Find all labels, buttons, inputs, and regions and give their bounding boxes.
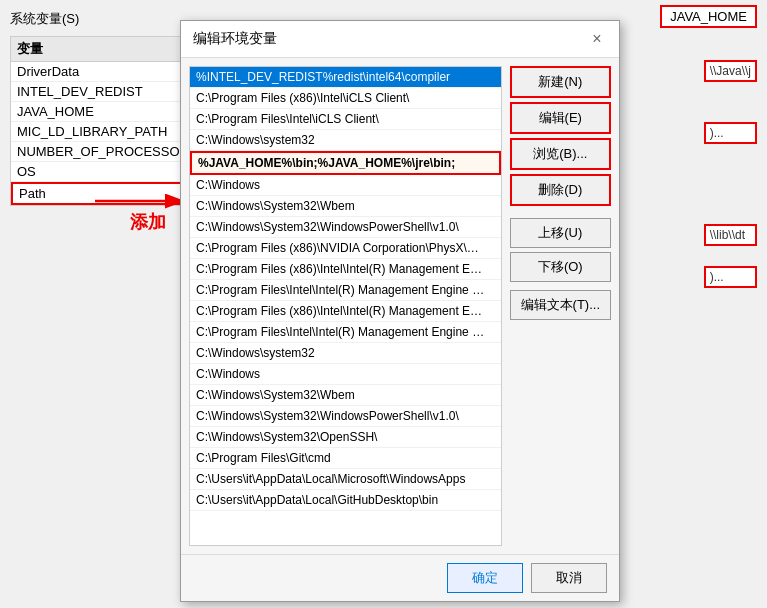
right-path-2: )...: [704, 122, 757, 144]
cancel-button[interactable]: 取消: [531, 563, 607, 593]
dialog-body: %INTEL_DEV_REDIST%redist\intel64\compile…: [181, 58, 619, 554]
move-up-button[interactable]: 上移(U): [510, 218, 611, 248]
path-list-item[interactable]: %JAVA_HOME%\bin;%JAVA_HOME%\jre\bin;: [190, 151, 501, 175]
ok-button[interactable]: 确定: [447, 563, 523, 593]
path-list-item[interactable]: C:\Program Files\Intel\iCLS Client\: [190, 109, 501, 130]
java-home-badge: JAVA_HOME: [660, 5, 757, 28]
move-down-button[interactable]: 下移(O): [510, 252, 611, 282]
path-list-item[interactable]: C:\Users\it\AppData\Local\Microsoft\Wind…: [190, 469, 501, 490]
path-list-item[interactable]: C:\Program Files (x86)\NVIDIA Corporatio…: [190, 238, 501, 259]
new-button[interactable]: 新建(N): [510, 66, 611, 98]
delete-button[interactable]: 删除(D): [510, 174, 611, 206]
path-list-item[interactable]: C:\Windows\System32\WindowsPowerShell\v1…: [190, 406, 501, 427]
edit-env-dialog: 编辑环境变量 × %INTEL_DEV_REDIST%redist\intel6…: [180, 20, 620, 602]
path-list-item[interactable]: C:\Windows\System32\OpenSSH\: [190, 427, 501, 448]
path-list-item[interactable]: %INTEL_DEV_REDIST%redist\intel64\compile…: [190, 67, 501, 88]
path-list-item[interactable]: C:\Program Files\Intel\Intel(R) Manageme…: [190, 280, 501, 301]
path-list-item[interactable]: C:\Windows: [190, 364, 501, 385]
path-list-item[interactable]: C:\Program Files\Git\cmd: [190, 448, 501, 469]
path-list-item[interactable]: C:\Program Files (x86)\Intel\iCLS Client…: [190, 88, 501, 109]
path-list[interactable]: %INTEL_DEV_REDIST%redist\intel64\compile…: [189, 66, 502, 546]
dialog-titlebar: 编辑环境变量 ×: [181, 21, 619, 58]
dialog-footer: 确定 取消: [181, 554, 619, 601]
path-list-item[interactable]: C:\Windows\system32: [190, 130, 501, 151]
right-path-3: \\lib\\dt: [704, 224, 757, 246]
dialog-title: 编辑环境变量: [193, 30, 277, 48]
edit-text-button[interactable]: 编辑文本(T)...: [510, 290, 611, 320]
move-buttons: 上移(U) 下移(O): [510, 218, 611, 282]
right-path-hints: \\Java\\j )... \\lib\\dt )...: [704, 60, 757, 292]
path-list-item[interactable]: C:\Users\it\AppData\Local\GitHubDesktop\…: [190, 490, 501, 511]
action-buttons: 新建(N) 编辑(E) 浏览(B)... 删除(D): [510, 66, 611, 206]
close-button[interactable]: ×: [587, 29, 607, 49]
path-list-item[interactable]: C:\Windows\System32\Wbem: [190, 196, 501, 217]
path-list-item[interactable]: C:\Program Files\Intel\Intel(R) Manageme…: [190, 322, 501, 343]
dialog-buttons: 新建(N) 编辑(E) 浏览(B)... 删除(D) 上移(U) 下移(O) 编…: [510, 66, 611, 546]
col-name-header: 变量: [17, 40, 197, 58]
path-list-item[interactable]: C:\Windows\System32\Wbem: [190, 385, 501, 406]
browse-button[interactable]: 浏览(B)...: [510, 138, 611, 170]
edit-button[interactable]: 编辑(E): [510, 102, 611, 134]
path-list-item[interactable]: C:\Windows\system32: [190, 343, 501, 364]
right-path-4: )...: [704, 266, 757, 288]
add-label: 添加: [130, 210, 166, 234]
right-path-1: \\Java\\j: [704, 60, 757, 82]
path-list-item[interactable]: C:\Windows: [190, 175, 501, 196]
path-list-item[interactable]: C:\Program Files (x86)\Intel\Intel(R) Ma…: [190, 301, 501, 322]
path-list-item[interactable]: C:\Program Files (x86)\Intel\Intel(R) Ma…: [190, 259, 501, 280]
path-list-item[interactable]: C:\Windows\System32\WindowsPowerShell\v1…: [190, 217, 501, 238]
